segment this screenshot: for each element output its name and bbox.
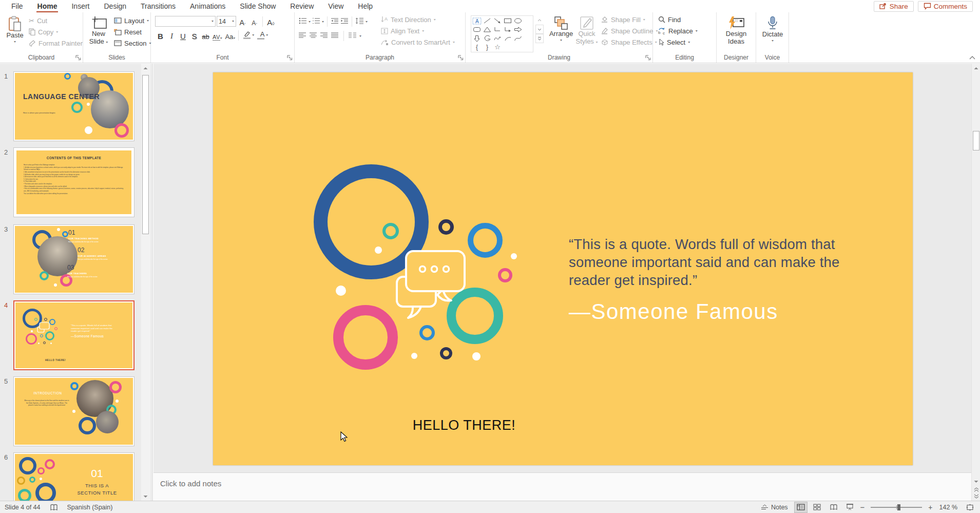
thumbnail-scrollbar[interactable]	[141, 64, 150, 501]
dictate-button[interactable]: Dictate ▾	[759, 12, 786, 43]
collapse-ribbon-button[interactable]	[969, 55, 976, 60]
shape-fill-button[interactable]: Shape Fill▾	[601, 14, 658, 25]
strikethrough-button[interactable]: ab	[200, 30, 211, 41]
tab-slide-show[interactable]: Slide Show	[233, 1, 283, 12]
slide-show-button[interactable]	[843, 502, 857, 513]
reading-view-button[interactable]	[827, 502, 840, 513]
new-slide-button[interactable]: New Slide ▾	[85, 12, 112, 46]
hello-there-textbox[interactable]: HELLO THERE!	[397, 417, 531, 433]
rectangle-shape-icon[interactable]	[503, 16, 513, 25]
clear-formatting-button[interactable]: A◊	[265, 16, 276, 27]
down-arrow-shape-icon[interactable]	[472, 34, 482, 43]
freeform-shape-icon[interactable]	[482, 34, 492, 43]
thumbnail-scroll-down-button[interactable]	[142, 492, 149, 500]
slide-canvas[interactable]: “This is a quote. Words full of wisdom t…	[213, 72, 913, 465]
comments-button[interactable]: Comments	[918, 1, 973, 12]
tab-home[interactable]: Home	[30, 1, 65, 12]
star-shape-icon[interactable]: ☆	[492, 43, 503, 51]
arrow-shape-icon[interactable]	[492, 16, 503, 25]
shapes-gallery[interactable]: A { } ☆	[471, 15, 533, 52]
design-ideas-button[interactable]: Design Ideas	[720, 12, 753, 46]
font-size-combobox[interactable]: 14▾	[217, 16, 236, 27]
right-brace-shape-icon[interactable]: }	[482, 43, 492, 51]
thumbnail-scroll-up-button[interactable]	[142, 64, 149, 72]
line-spacing-button[interactable]	[355, 17, 364, 26]
vertical-scrollbar[interactable]	[971, 64, 980, 501]
align-text-button[interactable]: Align Text▾	[381, 25, 455, 36]
font-name-combobox[interactable]: ▾	[155, 16, 216, 27]
elbow-connector-icon[interactable]	[492, 25, 503, 34]
tab-help[interactable]: Help	[351, 1, 380, 12]
scroll-up-button[interactable]	[972, 64, 980, 72]
tab-insert[interactable]: Insert	[64, 1, 97, 12]
shapes-scroll-down-button[interactable]	[535, 25, 544, 34]
increase-indent-button[interactable]	[340, 17, 349, 26]
format-painter-button[interactable]: Format Painter	[29, 37, 83, 49]
notes-toggle-button[interactable]: Notes	[756, 501, 793, 513]
zoom-level-button[interactable]: 142 %	[935, 501, 962, 513]
thumbnail-slide-1[interactable]: LANGUAGE CENTER Here is where your prese…	[13, 71, 134, 141]
bullets-button[interactable]	[299, 17, 307, 26]
paste-button[interactable]: Paste ▾	[3, 12, 27, 44]
shapes-more-button[interactable]	[535, 34, 544, 43]
quote-text[interactable]: “This is a quote. Words full of wisdom t…	[569, 236, 841, 290]
increase-font-size-button[interactable]: Aˆ	[237, 16, 248, 27]
text-shadow-button[interactable]: S	[189, 30, 200, 41]
zoom-in-button[interactable]: +	[926, 501, 934, 513]
slide-sorter-view-button[interactable]	[811, 502, 824, 513]
normal-view-button[interactable]	[794, 502, 808, 513]
numbering-button[interactable]	[312, 17, 320, 26]
align-right-button[interactable]	[320, 31, 328, 41]
italic-button[interactable]: I	[166, 30, 177, 41]
paragraph-dialog-launcher[interactable]	[458, 55, 464, 61]
language-button[interactable]: Spanish (Spain)	[63, 501, 118, 513]
font-color-button[interactable]: A	[255, 30, 265, 41]
zoom-out-button[interactable]: −	[858, 501, 867, 513]
thumbnail-slide-3[interactable]: 01 OUR TEACHING METHOD Here you could de…	[13, 224, 134, 294]
thumbnail-slide-5[interactable]: INTRODUCTION Mercury is the closest plan…	[13, 376, 134, 446]
fit-slide-to-window-button[interactable]	[962, 501, 978, 513]
shape-outline-button[interactable]: Shape Outline▾	[601, 25, 658, 36]
justify-button[interactable]	[331, 31, 339, 41]
quote-author-text[interactable]: —Someone Famous	[569, 299, 778, 324]
shapes-scroll-up-button[interactable]	[535, 15, 544, 25]
shape-effects-button[interactable]: Shape Effects▾	[601, 36, 658, 48]
cut-button[interactable]: ✂Cut	[29, 15, 83, 26]
decrease-font-size-button[interactable]: Aˇ	[249, 16, 260, 27]
arrange-button[interactable]: Arrange ▾	[548, 12, 574, 43]
notes-panel[interactable]: Click to add notes	[153, 472, 971, 501]
arc-shape-icon[interactable]	[503, 34, 513, 43]
align-center-button[interactable]	[310, 31, 317, 41]
convert-to-smartart-button[interactable]: Convert to SmartArt▾	[381, 36, 455, 48]
replace-button[interactable]: bcReplace▾	[658, 25, 698, 36]
scribble-shape-icon[interactable]	[492, 34, 503, 43]
section-button[interactable]: Section▾	[114, 37, 151, 49]
tab-design[interactable]: Design	[97, 1, 133, 12]
scroll-down-button[interactable]	[972, 478, 980, 485]
decrease-indent-button[interactable]	[331, 17, 339, 26]
tab-file[interactable]: File	[4, 1, 30, 12]
change-case-button[interactable]: Aa▾	[224, 30, 236, 41]
tab-review[interactable]: Review	[283, 1, 321, 12]
thumbnail-slide-6[interactable]: 01 THIS IS A SECTION TITLE	[13, 452, 134, 501]
text-highlight-button[interactable]	[241, 30, 252, 41]
next-slide-button[interactable]	[972, 492, 980, 500]
right-arrow-shape-icon[interactable]	[513, 25, 523, 34]
columns-button[interactable]	[349, 31, 356, 41]
font-dialog-launcher[interactable]	[287, 55, 293, 61]
reset-button[interactable]: Reset	[114, 26, 151, 37]
share-button[interactable]: Share	[874, 1, 914, 12]
align-left-button[interactable]	[299, 31, 306, 41]
drawing-dialog-launcher[interactable]	[645, 55, 651, 61]
underline-button[interactable]: U	[178, 30, 188, 41]
quick-styles-button[interactable]: Quick Styles ▾	[574, 12, 599, 46]
thumbnail-slide-4-selected[interactable]: “This is a quote. Words full of wisdom t…	[13, 300, 134, 370]
rounded-rectangle-shape-icon[interactable]	[472, 25, 482, 34]
text-box-shape-icon[interactable]: A	[472, 16, 482, 25]
clipboard-dialog-launcher[interactable]	[75, 55, 81, 61]
elbow-arrow-connector-icon[interactable]	[503, 25, 513, 34]
text-direction-button[interactable]: AText Direction▾	[381, 14, 455, 25]
line-shape-icon[interactable]	[482, 16, 492, 25]
thumbnail-slide-2[interactable]: CONTENTS OF THIS TEMPLATE Here's what yo…	[13, 147, 134, 217]
spell-check-button[interactable]	[45, 501, 63, 513]
